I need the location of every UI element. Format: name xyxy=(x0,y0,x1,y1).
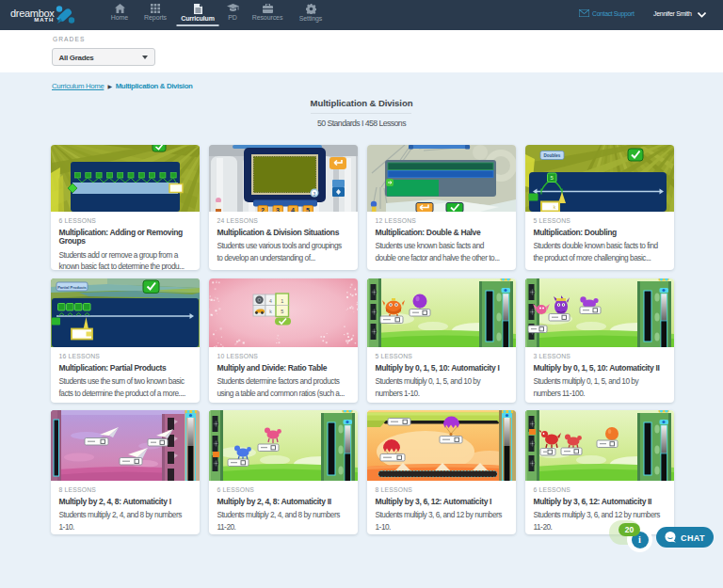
svg-text:5: 5 xyxy=(306,207,310,212)
svg-text:Partial Products: Partial Products xyxy=(57,285,87,290)
svg-text:5: 5 xyxy=(281,309,283,314)
svg-text:3: 3 xyxy=(276,207,280,212)
svg-text:Doubles: Doubles xyxy=(544,153,561,158)
svg-text:2: 2 xyxy=(261,207,265,212)
svg-text:4: 4 xyxy=(269,298,272,304)
svg-text:1: 1 xyxy=(281,298,283,304)
svg-text:3: 3 xyxy=(313,191,316,197)
svg-text:4: 4 xyxy=(291,207,295,212)
